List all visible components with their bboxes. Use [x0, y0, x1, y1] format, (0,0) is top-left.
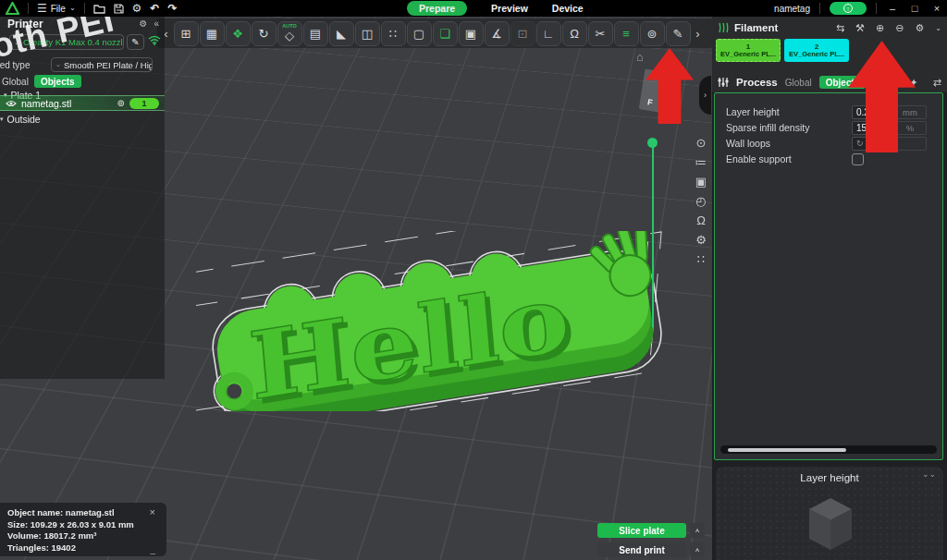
arrange-all-button[interactable]: ❖ — [226, 21, 251, 46]
printer-panel-title: Printer — [7, 18, 43, 30]
reset-spinner-icon[interactable]: ↻ — [856, 139, 864, 148]
filament-title: Filament — [734, 22, 778, 33]
lay-on-face-button[interactable]: ◣ — [329, 21, 354, 46]
modifier-icon: ▣ — [465, 27, 476, 41]
filament-slot-1[interactable]: 1 EV_Generic PL... — [716, 39, 781, 62]
tab-preview[interactable]: Preview — [491, 3, 528, 14]
right-panel-collapse-handle[interactable]: › — [699, 76, 711, 115]
remove-filament-icon[interactable]: ⊖ — [895, 22, 904, 34]
file-menu[interactable]: ☰ File ⌄ — [37, 0, 76, 17]
toolbar-expand-button[interactable]: › — [692, 21, 705, 46]
printer-settings-icon[interactable]: ⚙ — [139, 18, 147, 29]
plate-tag-letter: F — [646, 97, 653, 107]
slice-options-button[interactable]: ˄ — [690, 523, 705, 538]
scale-handle-line[interactable] — [652, 146, 654, 327]
outside-tree-item[interactable]: ▾ Outside — [0, 114, 41, 125]
param-label: Enable support — [726, 153, 792, 164]
tab-prepare[interactable]: Prepare — [407, 1, 467, 16]
wifi-connected-icon[interactable] — [148, 35, 161, 45]
object-filament-badge[interactable]: 1 — [129, 98, 159, 109]
enable-support-checkbox[interactable] — [852, 153, 864, 165]
split-to-objects-button[interactable]: ◫ — [355, 21, 380, 46]
cloud-sync-button[interactable]: ↑ — [830, 2, 867, 15]
add-filament-icon[interactable]: ⊕ — [876, 22, 884, 34]
tab-device[interactable]: Device — [552, 3, 584, 14]
tab-global[interactable]: Global — [2, 77, 29, 87]
filament-tool-icon[interactable]: ⚒ — [855, 22, 865, 34]
adaptive-layers-icon[interactable]: ≔ — [695, 156, 707, 169]
plate-settings-icon[interactable]: ▣ — [695, 176, 707, 189]
chevron-down-icon: ⌄ — [14, 39, 19, 46]
auto-orient-label: AUTO — [278, 23, 301, 29]
horizontal-scrollbar[interactable] — [720, 445, 937, 454]
mode-tabs: Prepare Preview Device — [407, 0, 584, 17]
split-to-parts-button[interactable]: ∷ — [381, 21, 406, 46]
seam-paint-button[interactable]: ≡ — [614, 21, 639, 46]
slice-plate-button[interactable]: Slice plate — [597, 523, 686, 538]
model-hello-keychain[interactable]: Hello Hello — [196, 231, 686, 411]
cut-tool-button[interactable]: ✂ — [588, 21, 613, 46]
combine-tool-button[interactable]: ⊡ — [510, 21, 535, 46]
assembly-view-button[interactable]: ❏ — [433, 21, 458, 46]
machine-settings-icon[interactable]: ⚙ — [695, 234, 707, 247]
tab-objects[interactable]: Objects — [34, 75, 81, 88]
send-print-button[interactable]: Send print — [597, 542, 686, 557]
open-folder-icon[interactable] — [93, 4, 105, 14]
measure-tool-button[interactable]: ∡ — [485, 21, 510, 46]
bed-type-select[interactable]: ⌄ Smooth PEI Plate / High ... — [51, 57, 153, 72]
file-menu-label: File — [51, 4, 66, 14]
add-object-button[interactable]: ⊞ — [174, 21, 199, 46]
object-info-panel: Object name: nametag.stl Size: 109.29 x … — [0, 503, 166, 556]
panel-double-chevron-icon[interactable]: ⌄⌄ — [922, 471, 936, 477]
viewport-side-toolbar: ⊙ ≔ ▣ ◴ Ω ⚙ ∷ — [691, 137, 711, 266]
close-button[interactable]: × — [930, 3, 943, 14]
flushing-volumes-icon[interactable]: ⇆ — [836, 22, 844, 34]
transfer-preset-icon[interactable]: ⇄ — [933, 77, 941, 89]
color-paint-button[interactable]: ⊚ — [640, 21, 665, 46]
merge-tool-button[interactable]: ▤ — [303, 21, 328, 46]
home-view-icon[interactable]: ⌂ — [636, 50, 644, 64]
scale-tool-button[interactable]: ▢ — [407, 21, 432, 46]
color-scheme-icon[interactable]: ⊙ — [696, 137, 707, 150]
lay-flat-button[interactable]: ∟ — [536, 21, 561, 46]
settings-gear-icon[interactable]: ⚙ — [132, 0, 142, 17]
seed-group-icon[interactable]: ∷ — [697, 253, 705, 266]
maximize-button[interactable]: □ — [908, 3, 921, 14]
filament-2-name: EV_Generic PL... — [789, 51, 844, 59]
filament-slot-2[interactable]: 2 EV_Generic PL... — [784, 39, 849, 62]
filament-collapse-icon[interactable]: ⌄ — [935, 24, 941, 32]
timelapse-icon[interactable]: ◴ — [695, 195, 706, 208]
printer-select[interactable]: ⌄ Creality K1 Max 0.4 nozzle — [9, 34, 124, 50]
undo-icon[interactable]: ↶ — [150, 0, 159, 17]
preview-cube — [807, 496, 854, 554]
send-options-button[interactable]: ˄ — [690, 542, 705, 557]
combine-icon: ⊡ — [518, 27, 528, 41]
divider — [819, 3, 820, 14]
chevron-down-icon: ⌄ — [55, 61, 61, 68]
notch-chevron-icon: › — [704, 91, 707, 100]
edit-printer-button[interactable]: ✎ — [127, 34, 144, 50]
object-tree-item[interactable]: nametag.stl ⊚ 1 — [0, 95, 165, 111]
minimize-button[interactable]: – — [886, 3, 899, 14]
wall-loops-unit — [893, 137, 927, 151]
text-tool-button[interactable]: ✎ — [666, 21, 691, 46]
support-paint-icon: Ω — [570, 27, 579, 41]
scrollbar-thumb[interactable] — [728, 448, 846, 452]
support-paint-button[interactable]: Ω — [562, 21, 587, 46]
rotate-tool-button[interactable]: ↻ — [252, 21, 277, 46]
close-info-icon[interactable]: × — [150, 506, 155, 517]
save-icon[interactable] — [114, 4, 124, 14]
modifier-button[interactable]: ▣ — [459, 21, 484, 46]
redo-icon[interactable]: ↷ — [167, 0, 177, 17]
auxiliary-fan-icon[interactable]: Ω — [696, 214, 706, 227]
filament-settings-icon[interactable]: ⚙ — [915, 22, 924, 34]
add-plate-button[interactable]: ▦ — [200, 21, 225, 46]
resize-dash-icon[interactable]: – — [150, 548, 155, 558]
process-tab-global[interactable]: Global — [785, 78, 812, 88]
paint-palette-icon[interactable]: ⊚ — [117, 98, 125, 108]
auto-orient-button[interactable]: AUTO ◇ — [277, 21, 302, 46]
layer-height-panel-title: Layer height — [716, 472, 943, 483]
scale-handle-dot[interactable] — [647, 138, 658, 148]
visibility-eye-icon[interactable] — [6, 100, 17, 107]
panel-collapse-icon[interactable]: « — [154, 18, 159, 29]
